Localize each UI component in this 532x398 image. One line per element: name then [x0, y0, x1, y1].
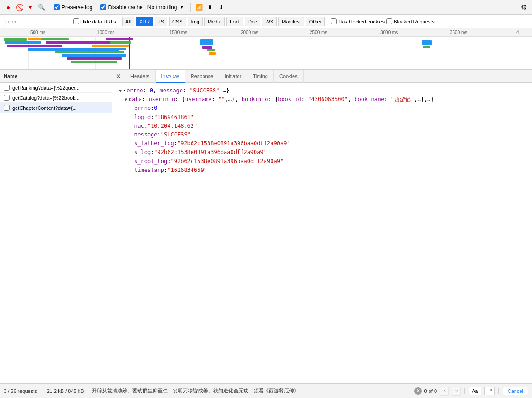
colon-s-father-log: : [174, 139, 177, 148]
filter-input[interactable] [3, 17, 67, 26]
devtools-toolbar: ● 🚫 ▼ 🔍 Preserve log Disable cache No th… [0, 0, 532, 15]
json-root-line: ▼ {errno: 0, message: "SUCCESS",…} [118, 86, 526, 95]
tab-timing-label: Timing [253, 74, 268, 79]
download-button[interactable]: ⬇ [216, 3, 226, 12]
request-checkbox-2[interactable] [4, 95, 10, 101]
throttle-select[interactable]: No throttling ▼ [145, 3, 187, 11]
filter-btn-css[interactable]: CSS [169, 17, 186, 26]
filter-btn-xhr[interactable]: XHR [136, 17, 153, 26]
request-item-1[interactable]: getRanking?data={%22quer... [0, 83, 112, 93]
status-sep-3 [464, 388, 465, 394]
has-blocked-cookies-checkbox[interactable]: Has blocked cookies [331, 18, 385, 24]
mark-1000ms: 1000 ms [95, 28, 114, 36]
grid-line-5 [308, 37, 308, 69]
throttle-label: No throttling [147, 4, 177, 11]
match-case-button[interactable]: Aa [469, 387, 481, 395]
cancel-button[interactable]: Cancel [503, 387, 528, 395]
bar-15 [110, 41, 131, 44]
prev-match-button[interactable]: ∧ [440, 387, 449, 396]
filter-sep-2 [119, 18, 119, 25]
status-left: 3 / 56 requests 21.2 kB / 845 kB [4, 388, 84, 394]
filter-btn-other[interactable]: Other [306, 17, 325, 26]
stop-recording-button[interactable]: ● [4, 3, 13, 12]
name-column-header: Name [4, 74, 17, 79]
filter-btn-ws[interactable]: WS [262, 17, 277, 26]
colon-mac: : [144, 122, 147, 131]
timeline-content [0, 37, 532, 69]
count-display: 0 of 0 [424, 388, 437, 394]
grid-line-6 [379, 37, 379, 69]
tab-initiator[interactable]: Initiator [219, 70, 247, 83]
request-list: Name getRanking?data={%22quer... getCata… [0, 70, 112, 383]
filter-button[interactable]: ▼ [26, 3, 35, 12]
next-match-button[interactable]: ∨ [452, 387, 461, 396]
json-field-errno: ▶ errno : 0 [129, 104, 526, 113]
tab-headers[interactable]: Headers [125, 70, 156, 83]
separator-1 [50, 3, 50, 12]
bar-13 [103, 48, 126, 50]
filter-btn-all[interactable]: All [122, 17, 134, 26]
tab-timing[interactable]: Timing [247, 70, 274, 83]
main-panel: Name getRanking?data={%22quer... getCata… [0, 70, 532, 383]
request-checkbox-3[interactable] [4, 105, 10, 111]
upload-button[interactable]: ⬆ [205, 3, 215, 12]
search-button[interactable]: 🔍 [37, 3, 46, 12]
separator-2 [96, 3, 96, 12]
wifi-icon-button[interactable]: 📶 [194, 3, 204, 12]
key-mac: mac [134, 122, 144, 131]
bar-cluster2-3 [207, 49, 215, 51]
data-expand-arrow[interactable]: ▼ [123, 96, 129, 103]
mark-2500ms: 2500 ms [308, 28, 327, 36]
preserve-log-checkbox[interactable]: Preserve log [54, 4, 92, 11]
regex-button[interactable]: .* [484, 387, 495, 395]
filter-btn-img[interactable]: Img [188, 17, 203, 26]
tab-response[interactable]: Response [185, 70, 220, 83]
request-item-name-2: getCatalog?data={%22book... [12, 95, 79, 101]
data-key: data [129, 95, 142, 104]
value-s-root-log: "92b62c1538e0891a396baa0dff2a90a9" [170, 157, 283, 166]
request-item-3[interactable]: getChapterContent?data={... [0, 103, 112, 113]
key-errno: errno [134, 104, 151, 113]
bar-6 [41, 38, 69, 40]
clear-button[interactable]: 🚫 [15, 3, 24, 12]
root-object-summary: {errno: 0, message: "SUCCESS",…} [123, 86, 229, 95]
hide-data-urls-label: Hide data URLs [80, 19, 116, 24]
colon-timestamp: : [164, 166, 167, 175]
bar-cluster3-2 [423, 46, 430, 48]
json-field-logid: ▶ logid : "1869461861" [129, 113, 526, 122]
filter-btn-media[interactable]: Media [204, 17, 225, 26]
console-close-button[interactable]: ✕ [414, 387, 422, 395]
tab-preview-label: Preview [161, 73, 179, 79]
mark-3500ms: 3500 ms [448, 28, 467, 36]
root-expand-arrow[interactable]: ▼ [118, 87, 123, 95]
filter-btn-manifest[interactable]: Manifest [278, 17, 304, 26]
detail-content: ▼ {errno: 0, message: "SUCCESS",…} ▼ dat… [112, 83, 532, 383]
detail-close-button[interactable]: ✕ [112, 70, 125, 83]
timeline-area: 500 ms 1000 ms 1500 ms 2000 ms 2500 ms 3… [0, 28, 532, 70]
filter-btn-doc[interactable]: Doc [245, 17, 260, 26]
json-field-mac: ▶ mac : "10.204.148.62" [129, 122, 526, 131]
mark-2000ms: 2000 ms [239, 28, 258, 36]
json-data-line: ▼ data : {userinfo: {username: "",…}, bo… [123, 95, 526, 104]
request-item-2[interactable]: getCatalog?data={%22book... [0, 93, 112, 103]
bar-8 [55, 51, 124, 53]
status-sep-1 [42, 388, 42, 394]
blocked-requests-checkbox[interactable]: Blocked Requests [386, 18, 435, 24]
size-info: 21.2 kB / 845 kB [47, 388, 84, 394]
disable-cache-checkbox[interactable]: Disable cache [100, 4, 142, 11]
tab-preview[interactable]: Preview [156, 70, 185, 83]
hide-data-urls-checkbox[interactable]: Hide data URLs [73, 18, 116, 24]
request-checkbox-1[interactable] [4, 85, 10, 91]
bar-cluster2-4 [209, 52, 216, 55]
tab-cookies[interactable]: Cookies [274, 70, 304, 83]
json-field-s-root-log: ▶ s_root_log : "92b62c1538e0891a396baa0d… [129, 157, 526, 166]
bar-cluster3-1 [422, 40, 432, 45]
status-sep-2 [88, 388, 88, 394]
value-message: "SUCCESS" [161, 131, 191, 139]
filter-btn-js[interactable]: JS [155, 17, 167, 26]
status-console-text: 开辟从兹清浊辨。覆载群生仰至仁，发明万物皆成善。欲知造化会元功，须看《西游释厄传… [92, 387, 414, 394]
filter-btn-font[interactable]: Font [226, 17, 243, 26]
mark-1500ms: 1500 ms [168, 28, 187, 36]
mark-4: 4 [515, 28, 519, 36]
settings-button[interactable]: ⚙ [519, 3, 528, 12]
